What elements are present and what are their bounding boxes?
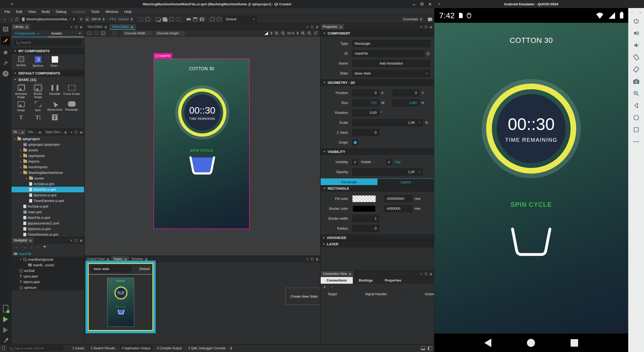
visibility-section-header[interactable]: VISIBILITY xyxy=(321,148,434,155)
component-focus-scope[interactable]: Focus Scope xyxy=(63,85,80,99)
close-icon[interactable] xyxy=(25,26,28,28)
menu-window[interactable]: Window xyxy=(103,9,121,14)
component-item[interactable]: Item xyxy=(29,101,46,112)
navigator-tab[interactable]: Navigator xyxy=(12,237,34,243)
rotate-left-icon[interactable] xyxy=(633,54,640,61)
clip-checkbox[interactable]: ✓ xyxy=(386,159,392,165)
rectangle-section-header[interactable]: RECTANGLE xyxy=(321,185,434,192)
menu-edit[interactable]: Edit xyxy=(13,9,25,14)
volume-down-icon[interactable] xyxy=(633,42,640,49)
zoom-level[interactable]: 100 % xyxy=(91,17,101,21)
canvas-zoom-spinner[interactable] xyxy=(297,32,299,35)
qml-debugger-pane-button[interactable]: 5 QML Debugger Console xyxy=(186,345,227,351)
canvas-zoom-level[interactable]: 50 % xyxy=(287,32,294,35)
tree-row[interactable]: TimerElement.ui.qml xyxy=(12,232,84,237)
rotate-right-icon[interactable] xyxy=(633,66,640,73)
zoom-icon[interactable] xyxy=(633,90,640,97)
sidebar-toggle-icon[interactable] xyxy=(2,346,5,350)
feedback-icon[interactable] xyxy=(428,18,432,21)
spin-label[interactable]: SPIN CYCLE xyxy=(434,201,628,208)
menu-view[interactable]: View xyxy=(25,9,39,14)
spin-label[interactable]: SPIN CYCLE xyxy=(154,149,249,152)
fabric-label[interactable]: COTTON 30 xyxy=(154,66,249,71)
close-document-icon[interactable]: ✕ xyxy=(79,17,84,22)
form-editor-canvas[interactable]: mainFile COTTON 30 00::30 TIME REMAINING… xyxy=(85,37,320,256)
float-panel-icon[interactable] xyxy=(75,239,77,242)
remove-connection-button[interactable]: − xyxy=(330,284,333,290)
tree-row[interactable]: qmlqdsproject.qmlproject xyxy=(12,142,84,147)
my-components-header[interactable]: MY COMPONENTS xyxy=(12,48,84,54)
back-icon[interactable]: ‹ xyxy=(2,17,7,22)
collapse-panel-icon[interactable]: ∨ xyxy=(306,257,309,261)
basket-icon[interactable] xyxy=(188,156,217,175)
collapse-panel-icon[interactable]: ∨ xyxy=(70,25,73,29)
collapse-panel-icon[interactable]: ∨ xyxy=(70,238,73,242)
component-text-input[interactable]: T xyxy=(46,114,63,120)
add-annotation-button[interactable]: Add Annotation xyxy=(352,60,430,67)
tree-row[interactable]: ▾WashingMachineHome xyxy=(12,170,84,175)
tree-row[interactable]: SpinIcon.ui.qml xyxy=(12,192,84,198)
locator-input[interactable] xyxy=(13,347,61,350)
keyboard-icon[interactable] xyxy=(186,17,191,22)
tree-row[interactable]: ▸imports xyxy=(12,159,84,164)
move-up-icon[interactable]: ↑ xyxy=(37,245,39,249)
opacity-field[interactable]: 1,00∨ xyxy=(352,168,423,175)
fps-spinner[interactable] xyxy=(131,18,133,21)
create-new-state-button[interactable]: Create New State xyxy=(285,288,320,305)
tree-row[interactable]: qmlmain.qml xyxy=(12,209,84,215)
design-canvas-root[interactable]: COTTON 30 00::30 TIME REMAINING SPIN CYC… xyxy=(153,58,250,229)
layout-subtab[interactable]: Layout xyxy=(377,179,434,185)
move-right-icon[interactable]: → xyxy=(23,245,27,249)
library-tab[interactable]: Library xyxy=(12,24,30,30)
float-panel-icon[interactable] xyxy=(311,26,313,28)
geometry-section-header[interactable]: GEOMETRY - 2D xyxy=(321,79,434,86)
move-down-icon[interactable]: ↓ xyxy=(31,245,33,249)
tree-row[interactable]: ArcDial.ui.qml xyxy=(12,181,84,187)
output-pane-spinner[interactable] xyxy=(230,347,232,350)
lock-icon[interactable] xyxy=(16,19,18,21)
y-field[interactable]: 0 xyxy=(393,89,420,96)
open-documents-tab[interactable]: Open Doc... xyxy=(43,129,69,135)
document-spinner[interactable] xyxy=(73,18,75,21)
canvas-color-spinner[interactable] xyxy=(270,32,272,35)
menu-tools[interactable]: Tools xyxy=(88,9,102,14)
tree-row[interactable]: ▸assets xyxy=(12,147,84,153)
width-field[interactable]: 720 xyxy=(352,99,379,106)
collapse-panel-icon[interactable]: ∨ xyxy=(420,272,422,276)
fill-color-swatch[interactable] xyxy=(352,195,376,202)
run-button[interactable] xyxy=(2,316,9,323)
export-alias-icon[interactable]: @ xyxy=(426,51,430,56)
home-button[interactable] xyxy=(527,339,535,347)
close-panel-icon[interactable] xyxy=(430,26,432,28)
washing-machine-app[interactable]: COTTON 30 00::30 TIME REMAINING SPIN CYC… xyxy=(434,23,628,334)
type-field[interactable]: Rectangle xyxy=(352,40,430,47)
border-hex-field[interactable]: #000000 xyxy=(384,205,412,212)
state-dropdown[interactable]: base state∨ xyxy=(352,70,430,77)
back-icon[interactable] xyxy=(633,102,640,109)
tree-row[interactable]: ▾qdsproject xyxy=(12,136,84,142)
basic-section-header[interactable]: BASIC (11) xyxy=(12,76,84,83)
override-width-field[interactable]: Override Width xyxy=(123,31,153,36)
edit-theme-icon[interactable] xyxy=(210,17,215,22)
float-panel-icon[interactable] xyxy=(75,131,77,133)
move-left-icon[interactable]: ← xyxy=(15,245,18,249)
search-results-pane-button[interactable]: 2 Search Results xyxy=(89,345,117,351)
tools-wrench-icon[interactable] xyxy=(2,59,9,66)
snap-grid-icon[interactable] xyxy=(101,31,106,36)
state-thumbnail[interactable]: COTTON 30 00::30 TIME REMAINING SPIN CYC… xyxy=(107,278,134,327)
navigator-row[interactable]: mainB...ound1 xyxy=(12,262,84,268)
copy-style-icon[interactable] xyxy=(156,17,160,22)
library-search[interactable] xyxy=(14,39,82,46)
component-image[interactable]: Image xyxy=(13,101,29,112)
basket-icon[interactable] xyxy=(508,224,554,260)
volume-up-icon[interactable] xyxy=(633,30,640,37)
close-icon[interactable] xyxy=(428,2,432,6)
x-field[interactable]: 0 xyxy=(352,89,379,96)
layer-section-header[interactable]: LAYER xyxy=(321,241,434,247)
component-animated-image[interactable]: Animated Image xyxy=(13,85,29,99)
component-timer[interactable]: Timer... xyxy=(46,56,63,67)
zoom-out-icon[interactable] xyxy=(281,31,285,35)
close-panel-icon[interactable] xyxy=(316,258,318,260)
collapse-panel-icon[interactable]: ∨ xyxy=(306,25,309,29)
home-icon[interactable] xyxy=(633,114,640,121)
